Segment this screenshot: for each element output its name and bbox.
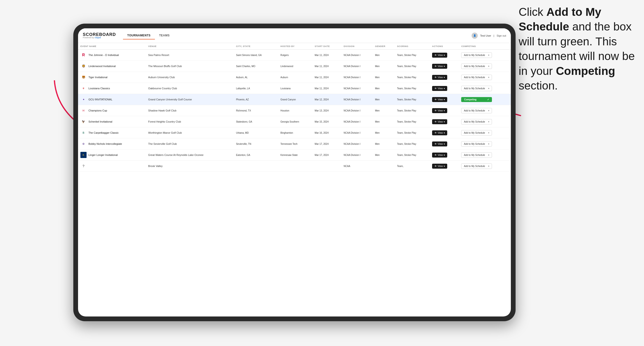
table-row: R The Johnnie - O Individual Sea Palms R… [78,50,511,61]
competing-button[interactable]: Competing ✓ [461,97,492,102]
cell-city-state: Auburn, AL [234,72,278,83]
view-button[interactable]: 👁 View ▾ [432,130,448,135]
add-schedule-button[interactable]: Add to My Schedule + [461,141,492,147]
cell-competing: Add to My Schedule + [459,116,511,127]
cell-venue: The Missouri Bluffs Golf Club [146,61,234,72]
cell-start-date: Mar 12, 2024 [312,94,342,105]
add-schedule-button[interactable]: Add to My Schedule + [461,75,492,80]
view-button[interactable]: 👁 View ▾ [432,164,448,169]
city-state-text: Sevierville, TN [236,143,251,145]
table-row: K Linger Longer Invitational Great Water… [78,150,511,161]
cell-venue: Auburn University Club [146,72,234,83]
cell-city-state: Richmond, TX [234,105,278,116]
view-chevron-icon: ▾ [444,98,445,101]
view-chevron-icon: ▾ [444,54,445,56]
cell-venue: Worthington Manor Golf Club [146,127,234,138]
division-text: NCAA Division I [344,132,360,134]
team-logo: ⚜ [80,85,86,91]
sign-out-link[interactable]: Sign out [497,34,506,37]
add-schedule-button[interactable]: Add to My Schedule + [461,86,492,91]
cell-actions: 👁 View ▾ [430,83,459,94]
cell-city-state [234,161,278,172]
event-name-text: Linger Longer Invitational [88,154,118,156]
venue-text: Grand Canyon University Golf Course [148,98,192,101]
table-row: 🦅 Schenkel Invitational Forest Heights C… [78,116,511,127]
cell-start-date: Mar 13, 2024 [312,105,342,116]
tab-tournaments[interactable]: TOURNAMENTS [123,32,155,39]
cell-event-name: 🦅 Schenkel Invitational [78,116,146,127]
add-schedule-button[interactable]: Add to My Schedule + [461,164,492,169]
cell-competing: Add to My Schedule + [459,50,511,61]
plus-icon: + [488,109,490,112]
cell-gender: Men [373,116,395,127]
team-logo: ? [80,163,86,169]
cell-gender: Men [373,105,395,116]
logo-scoreboard: SCOREBOARD [83,32,116,37]
view-button[interactable]: 👁 View ▾ [432,142,448,147]
header-divider: | [494,34,494,37]
view-button[interactable]: 👁 View ▾ [432,108,448,113]
cell-start-date: Mar 16, 2024 [312,127,342,138]
competing-label: Competing [464,98,476,101]
add-schedule-label: Add to My Schedule [464,120,485,123]
view-button[interactable]: 👁 View ▾ [432,97,448,102]
add-schedule-button[interactable]: Add to My Schedule + [461,108,492,113]
cell-scoring: Team, Stroke Play [395,61,430,72]
team-logo: B [80,130,86,136]
event-name-text: Champions Cup [88,109,107,112]
cell-actions: 👁 View ▾ [430,72,459,83]
add-schedule-button[interactable]: Add to My Schedule + [461,152,492,158]
event-name-text: Louisiana Classics [88,87,110,90]
view-icon: 👁 [434,76,437,79]
cell-city-state: Statesboro, GA [234,116,278,127]
view-icon: 👁 [434,54,437,56]
gender-text: Men [375,120,380,123]
cell-division: NCAA Division I [341,138,373,150]
scoring-text: Team, Stroke Play [397,98,416,101]
table-body: R The Johnnie - O Individual Sea Palms R… [78,50,511,172]
plus-icon: + [488,54,490,56]
app-header: SCOREBOARD Powered by clippd TOURNAMENTS… [78,28,511,43]
annotation-right: Click Add to My Schedule and the box wil… [519,5,637,93]
add-schedule-label: Add to My Schedule [464,154,485,156]
cell-competing: Add to My Schedule + [459,61,511,72]
cell-event-name: ⚙ Bobby Nichols Intercollegiate [78,138,146,150]
plus-icon: + [488,87,490,90]
add-schedule-label: Add to My Schedule [464,76,485,79]
cell-hosted-by: Auburn [278,72,312,83]
view-chevron-icon: ▾ [444,87,445,90]
cell-scoring: Team, Stroke Play [395,94,430,105]
view-button[interactable]: 👁 View ▾ [432,86,448,91]
view-button[interactable]: 👁 View ▾ [432,75,448,80]
cell-start-date: Mar 15, 2024 [312,116,342,127]
event-name-text: GCU INVITATIONAL [88,98,112,101]
plus-icon: + [488,154,490,156]
view-button[interactable]: 👁 View ▾ [432,64,448,69]
start-date-text: Mar 11, 2024 [315,87,329,90]
tab-teams[interactable]: TEAMS [155,32,174,39]
event-name-text: Tiger Invitational [88,76,107,79]
plus-icon: + [488,76,490,79]
division-text: NCAA Division I [344,109,360,112]
gender-text: Men [375,65,380,68]
add-schedule-button[interactable]: Add to My Schedule + [461,63,492,69]
cell-event-name: K Linger Longer Invitational [78,150,146,161]
hosted-by-text: Auburn [280,76,288,79]
view-button[interactable]: 👁 View ▾ [432,119,448,124]
cell-hosted-by: Grand Canyon [278,94,312,105]
division-text: NCAA Division I [344,120,360,123]
cell-scoring: Team, Stroke Play [395,150,430,161]
view-button[interactable]: 👁 View ▾ [432,53,448,58]
add-schedule-button[interactable]: Add to My Schedule + [461,119,492,125]
add-schedule-button[interactable]: Add to My Schedule + [461,52,492,58]
cell-competing: Add to My Schedule + [459,83,511,94]
add-schedule-button[interactable]: Add to My Schedule + [461,130,492,136]
view-button[interactable]: 👁 View ▾ [432,153,448,158]
col-scoring: SCORING [395,43,430,50]
hosted-by-text: Lindenwood [280,65,293,68]
cell-actions: 👁 View ▾ [430,94,459,105]
col-competing: COMPETING [459,43,511,50]
cell-division: NCAA Division I [341,50,373,61]
view-icon: 👁 [434,154,437,156]
view-chevron-icon: ▾ [444,76,445,79]
